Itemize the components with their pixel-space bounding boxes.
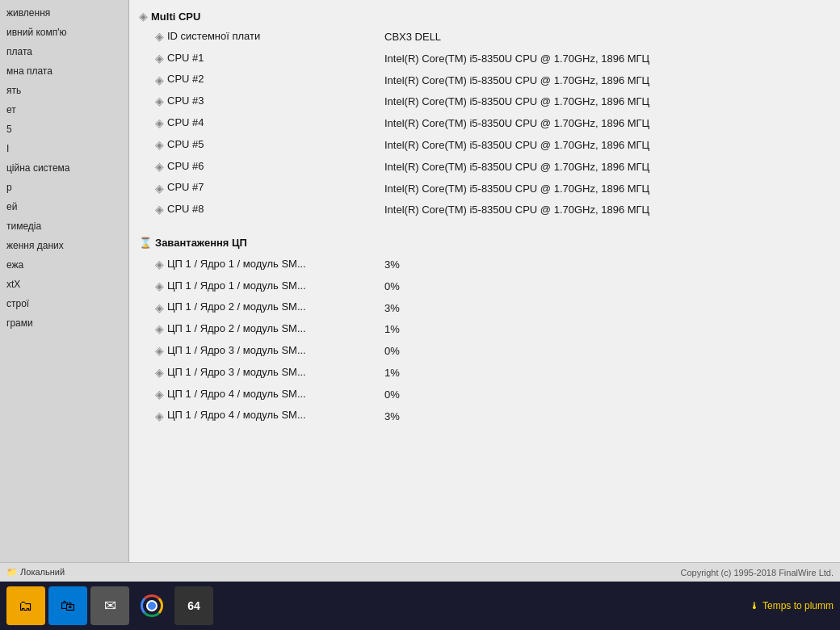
sidebar-item-0[interactable]: живлення [0,3,128,23]
load-item-value-1: 0% [378,279,400,296]
sidebar-item-16[interactable]: ежа [0,255,128,275]
sidebar-item-9[interactable]: 5 [0,120,128,139]
sidebar: живлення ивний комп'ю плата мна плата ят… [0,0,129,582]
cpu-item-value-0: Intel(R) Core(TM) i5-8350U CPU @ 1.70GHz… [378,51,649,68]
cpu-item-label-0: CPU #1 [167,50,204,67]
load-item-label-5: ЦП 1 / Ядро 3 / модуль SM... [167,364,306,381]
cpu-item-icon-7: ◈ [155,200,164,218]
load-row-4: ◈ ЦП 1 / Ядро 3 / модуль SM... 0% [139,340,830,362]
cpu-item-icon-4: ◈ [155,136,164,153]
load-item-icon-0: ◈ [155,255,164,273]
cpu-item-value-2: Intel(R) Core(TM) i5-8350U CPU @ 1.70GHz… [378,94,649,111]
cpu-row-0: ◈ CPU #1 Intel(R) Core(TM) i5-8350U CPU … [139,48,830,69]
taskbar-btn-64[interactable]: 64 [174,586,213,625]
cpu-item-value-7: Intel(R) Core(TM) i5-8350U CPU @ 1.70GHz… [378,202,649,219]
taskbar-notification: 🌡 Temps to plumm [750,600,834,611]
sidebar-item-17[interactable]: хtX [0,275,128,294]
sidebar-item-18[interactable]: строї [0,294,128,313]
sidebar-item-12[interactable]: р [0,178,128,197]
cpu-row-4: ◈ CPU #5 Intel(R) Core(TM) i5-8350U CPU … [139,134,830,156]
sidebar-item-15[interactable]: ження даних [0,236,128,255]
sidebar-item-5[interactable]: мна плата [0,61,128,81]
load-item-label-7: ЦП 1 / Ядро 4 / модуль SM... [167,407,306,424]
load-item-icon-1: ◈ [155,277,164,295]
sidebar-item-3[interactable]: плата [0,42,128,61]
load-row-5: ◈ ЦП 1 / Ядро 3 / модуль SM... 1% [139,362,830,384]
load-item-value-4: 0% [378,343,400,360]
load-row-7: ◈ ЦП 1 / Ядро 4 / модуль SM... 3% [139,405,830,427]
load-item-value-2: 3% [378,300,400,317]
cpu-item-value-1: Intel(R) Core(TM) i5-8350U CPU @ 1.70GHz… [378,73,649,90]
cpu-item-label-6: CPU #7 [167,179,204,196]
cpu-item-label-1: CPU #2 [167,71,204,88]
status-left-text: Локальний [20,567,65,577]
cpu-item-icon-1: ◈ [155,71,164,89]
load-item-label-1: ЦП 1 / Ядро 1 / модуль SM... [167,278,306,295]
multi-cpu-icon: ◈ [139,10,148,23]
load-item-label-0: ЦП 1 / Ядро 1 / модуль SM... [167,256,306,273]
load-item-icon-7: ◈ [155,407,164,425]
cpu-item-icon-0: ◈ [155,49,164,67]
cpu-item-value-6: Intel(R) Core(TM) i5-8350U CPU @ 1.70GHz… [378,181,649,198]
btn-64-label: 64 [187,599,200,612]
load-item-value-0: 3% [378,257,400,274]
file-icon: 🗂 [19,598,33,615]
load-item-value-3: 1% [378,321,400,338]
cpu-rows-container: ◈ CPU #1 Intel(R) Core(TM) i5-8350U CPU … [139,48,830,220]
cpu-row-2: ◈ CPU #3 Intel(R) Core(TM) i5-8350U CPU … [139,90,830,112]
taskbar-btn-chrome[interactable] [132,586,171,625]
load-row-3: ◈ ЦП 1 / Ядро 2 / модуль SM... 1% [139,318,830,340]
taskbar-btn-store[interactable]: 🛍 [48,586,87,625]
sidebar-item-19[interactable]: грами [0,313,128,333]
load-item-label-4: ЦП 1 / Ядро 3 / модуль SM... [167,342,306,359]
board-id-row: ◈ ID системної плати CBX3 DELL [139,26,830,48]
cpu-item-value-4: Intel(R) Core(TM) i5-8350U CPU @ 1.70GHz… [378,137,649,154]
taskbar-btn-mail[interactable]: ✉ [90,586,129,625]
load-item-icon-2: ◈ [155,299,164,317]
load-item-icon-3: ◈ [155,320,164,338]
load-row-2: ◈ ЦП 1 / Ядро 2 / модуль SM... 3% [139,297,830,319]
load-row-6: ◈ ЦП 1 / Ядро 4 / модуль SM... 0% [139,384,830,405]
multi-cpu-header[interactable]: ◈ Multi CPU [139,6,830,26]
temp-icon: 🌡 [750,600,759,611]
cpu-item-label-5: CPU #6 [167,158,204,175]
temp-notification: 🌡 Temps to plumm [750,600,834,611]
cpu-row-1: ◈ CPU #2 Intel(R) Core(TM) i5-8350U CPU … [139,69,830,91]
cpu-item-icon-6: ◈ [155,179,164,197]
sidebar-item-6[interactable]: ять [0,81,128,100]
temp-text: Temps to plumm [762,600,834,611]
cpu-row-3: ◈ CPU #4 Intel(R) Core(TM) i5-8350U CPU … [139,112,830,134]
taskbar: 🗂 🛍 ✉ 64 🌡 Temps to plumm [0,582,840,630]
cpu-row-6: ◈ CPU #7 Intel(R) Core(TM) i5-8350U CPU … [139,178,830,200]
board-id-value: CBX3 DELL [378,29,441,46]
sidebar-item-1[interactable]: ивний комп'ю [0,23,128,42]
multi-cpu-title: Multi CPU [151,10,200,23]
sidebar-item-10[interactable]: І [0,139,128,158]
status-left: 📁 Локальний [6,567,65,578]
copyright-text: Copyright (c) 1995-2018 FinalWire Ltd. [680,568,834,578]
load-item-icon-5: ◈ [155,363,164,381]
cpu-load-title: Завантаження ЦП [155,235,247,252]
sidebar-item-14[interactable]: тимедіа [0,216,128,236]
taskbar-btn-file[interactable]: 🗂 [6,586,45,625]
board-id-icon: ◈ [155,27,164,45]
cpu-item-label-4: CPU #5 [167,136,204,153]
load-item-icon-4: ◈ [155,342,164,359]
cpu-row-5: ◈ CPU #6 Intel(R) Core(TM) i5-8350U CPU … [139,156,830,178]
load-item-icon-6: ◈ [155,385,164,403]
load-item-label-3: ЦП 1 / Ядро 2 / модуль SM... [167,321,306,338]
load-rows-container: ◈ ЦП 1 / Ядро 1 / модуль SM... 3% ◈ ЦП 1… [139,254,830,426]
hourglass-icon: ⌛ [139,235,152,252]
sidebar-item-13[interactable]: ей [0,197,128,216]
cpu-row-7: ◈ CPU #8 Intel(R) Core(TM) i5-8350U CPU … [139,199,830,220]
status-bar: 📁 Локальний Copyright (c) 1995-2018 Fina… [0,562,840,582]
sidebar-item-11[interactable]: ційна система [0,158,128,178]
load-item-value-6: 0% [378,387,400,404]
cpu-load-section-header: ⌛ Завантаження ЦП [139,233,830,254]
cpu-item-icon-3: ◈ [155,114,164,132]
cpu-item-label-3: CPU #4 [167,115,204,132]
cpu-item-value-5: Intel(R) Core(TM) i5-8350U CPU @ 1.70GHz… [378,159,649,176]
sidebar-item-8[interactable]: ет [0,100,128,120]
load-item-value-5: 1% [378,365,400,382]
cpu-item-value-3: Intel(R) Core(TM) i5-8350U CPU @ 1.70GHz… [378,116,649,132]
